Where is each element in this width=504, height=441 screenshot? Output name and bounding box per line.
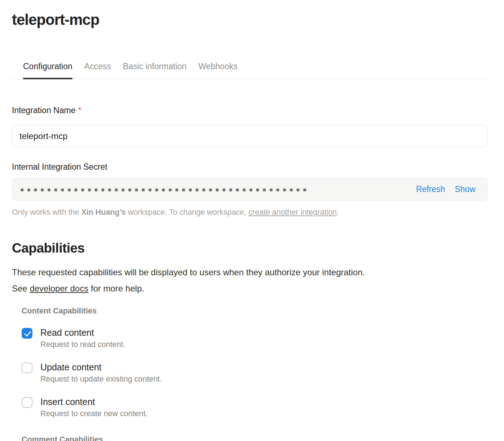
capability-texts: Insert content Request to create new con…: [40, 396, 148, 418]
description-line2-prefix: See: [12, 284, 30, 293]
comment-capabilities-section-label: Comment Capabilities: [22, 435, 488, 441]
tab-access[interactable]: Access: [84, 62, 111, 79]
helper-middle: workspace. To change workspace,: [126, 208, 248, 217]
content-capabilities-section-label: Content Capabilities: [22, 306, 488, 316]
capabilities-description-line1: These requested capabilities will be dis…: [12, 264, 488, 280]
capability-label: Update content: [40, 362, 162, 373]
page-title: teleport-mcp: [12, 11, 488, 29]
capability-label: Read content: [40, 327, 125, 338]
integration-secret-field: ▪▪▪▪▪▪▪▪▪▪▪▪▪▪▪▪▪▪▪▪▪▪▪▪▪▪▪▪▪▪▪▪▪▪▪▪▪▪▪▪…: [12, 178, 488, 201]
integration-secret-label: Internal Integration Secret: [12, 162, 488, 172]
integration-name-label: Integration Name*: [12, 106, 488, 115]
secret-actions: Refresh Show: [416, 184, 476, 194]
capability-label: Insert content: [40, 396, 148, 407]
helper-prefix: Only works with the: [12, 208, 81, 217]
checkmark-icon: [24, 329, 31, 337]
capability-description: Request to create new content.: [40, 409, 148, 418]
capability-texts: Read content Request to read content.: [40, 327, 125, 349]
capability-row-update-content: Update content Request to update existin…: [22, 362, 488, 384]
developer-docs-link[interactable]: developer docs: [30, 284, 88, 293]
secret-helper-text: Only works with the Xin Huang’s workspac…: [12, 208, 488, 217]
capability-description: Request to read content.: [40, 340, 125, 349]
tab-webhooks[interactable]: Webhooks: [198, 62, 237, 79]
required-asterisk: *: [78, 106, 81, 115]
insert-content-checkbox[interactable]: [22, 397, 32, 408]
read-content-checkbox[interactable]: [22, 328, 32, 339]
show-secret-link[interactable]: Show: [455, 184, 476, 194]
masked-secret-value: ▪▪▪▪▪▪▪▪▪▪▪▪▪▪▪▪▪▪▪▪▪▪▪▪▪▪▪▪▪▪▪▪▪▪▪▪▪▪▪▪…: [20, 186, 416, 193]
capability-row-insert-content: Insert content Request to create new con…: [22, 396, 488, 418]
capabilities-description-line2: See developer docs for more help.: [12, 280, 488, 297]
workspace-name: Xin Huang’s: [81, 208, 125, 217]
integration-name-input[interactable]: [12, 125, 488, 147]
integration-settings-page: teleport-mcp Configuration Access Basic …: [12, 11, 488, 441]
tab-configuration[interactable]: Configuration: [23, 62, 72, 79]
tab-bar: Configuration Access Basic information W…: [12, 62, 488, 79]
update-content-checkbox[interactable]: [22, 362, 32, 373]
capabilities-list: Content Capabilities Read content Reques…: [22, 306, 488, 441]
create-another-integration-link[interactable]: create another integration: [248, 208, 337, 217]
helper-suffix: .: [337, 208, 339, 217]
integration-name-label-text: Integration Name: [12, 106, 75, 115]
capabilities-description: These requested capabilities will be dis…: [12, 264, 488, 297]
capability-texts: Update content Request to update existin…: [40, 362, 162, 384]
tab-basic-information[interactable]: Basic information: [123, 62, 186, 79]
capability-description: Request to update existing content.: [40, 374, 162, 384]
description-line2-suffix: for more help.: [88, 284, 144, 293]
capability-row-read-content: Read content Request to read content.: [22, 327, 488, 349]
capabilities-heading: Capabilities: [12, 240, 488, 256]
refresh-secret-link[interactable]: Refresh: [416, 184, 445, 194]
